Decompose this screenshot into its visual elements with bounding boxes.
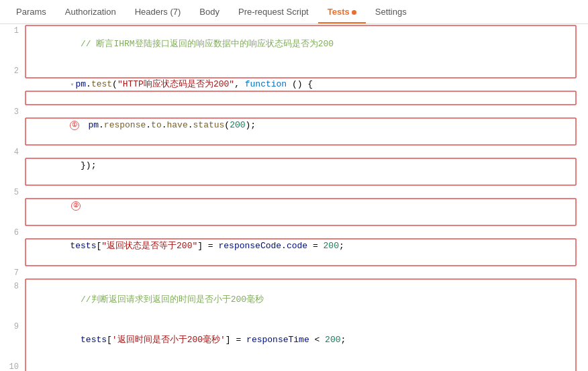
tab-tests[interactable]: Tests (318, 1, 366, 23)
comment-1: // 断言IHRM登陆接口返回的响应数据中的响应状态码是否为200 (70, 39, 334, 49)
tab-body[interactable]: Body (190, 1, 229, 23)
annot-1: ① (70, 121, 79, 130)
code-editor[interactable]: 1 // 断言IHRM登陆接口返回的响应数据中的响应状态码是否为200 2 ▾p… (0, 24, 588, 371)
line-1: 1 // 断言IHRM登陆接口返回的响应数据中的响应状态码是否为200 (0, 24, 588, 64)
line-3: 3 ①pm.response.to.have.status(200); (0, 105, 588, 146)
tab-bar: Params Authorization Headers (7) Body Pr… (0, 0, 588, 24)
line-5: 5 ② (0, 186, 588, 226)
line-6: 6 tests["返回状态是否等于200"] = responseCode.co… (0, 226, 588, 266)
annot-2: ② (71, 201, 81, 211)
tab-prerequest[interactable]: Pre-request Script (229, 1, 318, 23)
line-9: 9 tests['返回时间是否小于200毫秒'] = responseTime … (0, 320, 588, 360)
editor-wrapper: 1 // 断言IHRM登陆接口返回的响应数据中的响应状态码是否为200 2 ▾p… (0, 24, 588, 371)
line-4: 4 }); (0, 146, 588, 186)
tab-settings[interactable]: Settings (366, 1, 416, 23)
line-2: 2 ▾pm.test("HTTP响应状态码是否为200", function (… (0, 64, 588, 105)
tab-params[interactable]: Params (7, 1, 56, 23)
line-8: 8 //判断返回请求到返回的时间是否小于200毫秒 (0, 280, 588, 320)
tests-dot (352, 10, 356, 15)
tab-headers[interactable]: Headers (7) (126, 1, 191, 23)
line-10: 10 (0, 360, 588, 371)
tab-authorization[interactable]: Authorization (56, 1, 126, 23)
line-7: 7 (0, 266, 588, 280)
